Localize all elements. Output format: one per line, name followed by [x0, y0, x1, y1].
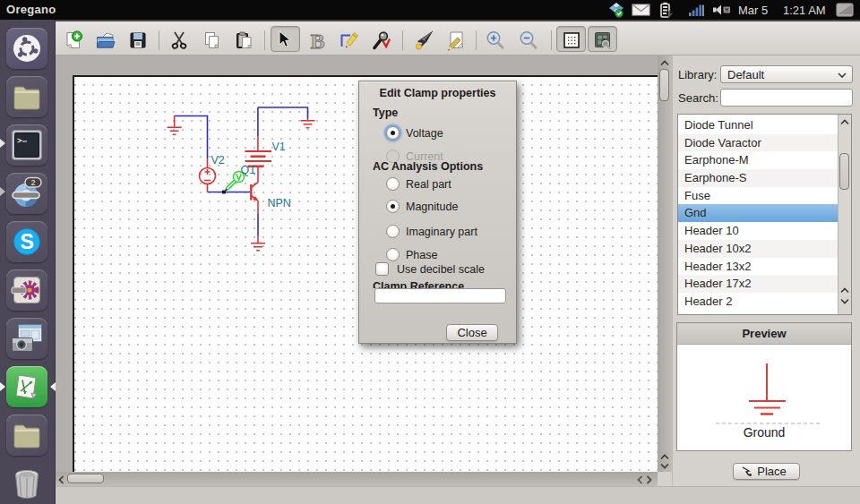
svg-text:S: S — [21, 230, 34, 253]
svg-text:2: 2 — [31, 178, 36, 187]
svg-text:B: B — [311, 30, 325, 51]
svg-text:Q1: Q1 — [241, 164, 256, 176]
svg-text:>: > — [17, 137, 22, 146]
svg-text:V2: V2 — [211, 154, 225, 167]
svg-text:V1: V1 — [272, 141, 286, 153]
svg-text:NPN: NPN — [268, 197, 291, 209]
